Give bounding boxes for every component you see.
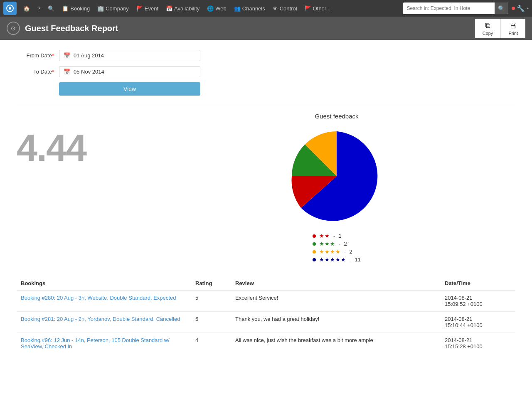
top-navigation: 🏠 ? 🔍 📋Booking 🏢Company 🚩Event 📅Availabi… xyxy=(0,0,532,17)
chart-title: Guest feedback xyxy=(315,113,358,120)
calendar-icon2: 📅 xyxy=(64,69,70,75)
legend-stars-4star: ★★★★ xyxy=(319,249,341,255)
cell-datetime-0: 2014-08-21 15:09:52 +0100 xyxy=(441,290,515,312)
nav-company[interactable]: 🏢Company xyxy=(94,0,132,17)
legend-value-4star: 2 xyxy=(349,249,352,255)
legend-stars-3star: ★★★ xyxy=(319,241,335,247)
cell-rating-1: 5 xyxy=(191,312,231,333)
required-marker2: * xyxy=(52,69,54,75)
legend-dot-1star xyxy=(313,234,316,238)
status-dot-red xyxy=(512,7,515,10)
nav-control[interactable]: 👁Control xyxy=(269,0,300,17)
cell-booking-0: Booking #280: 20 Aug - 3n, Website, Doub… xyxy=(17,290,191,312)
back-button[interactable]: ⊙ xyxy=(7,22,20,35)
filter-form: From Date* 📅 01 Aug 2014 To Date* 📅 05 N… xyxy=(17,50,515,96)
from-date-value: 01 Aug 2014 xyxy=(74,52,104,59)
legend-item-5star: ★★★★★ - 11 xyxy=(313,256,361,263)
from-date-label: From Date* xyxy=(17,52,54,59)
chart-legend: ★★ - 1 ★★★ - 2 ★★★★ - 2 xyxy=(313,233,361,264)
legend-item-3star: ★★★ - 2 xyxy=(313,241,361,247)
booking-link-1[interactable]: Booking #281: 20 Aug - 2n, Yordanov, Dou… xyxy=(21,316,180,322)
cell-review-0: Excellent Service! xyxy=(231,290,441,312)
cell-rating-2: 4 xyxy=(191,333,231,354)
section-divider xyxy=(17,104,515,104)
cell-booking-1: Booking #281: 20 Aug - 2n, Yordanov, Dou… xyxy=(17,312,191,333)
chart-section: Guest feedback xyxy=(158,113,515,264)
legend-dot-4star xyxy=(313,250,316,254)
print-icon: 🖨 xyxy=(510,21,517,30)
from-date-input[interactable]: 📅 01 Aug 2014 xyxy=(59,50,200,61)
to-date-row: To Date* 📅 05 Nov 2014 xyxy=(17,66,515,77)
to-date-input[interactable]: 📅 05 Nov 2014 xyxy=(59,66,200,77)
col-header-review: Review xyxy=(231,277,441,290)
copy-button[interactable]: ⧉ Copy xyxy=(475,19,501,38)
view-button[interactable]: View xyxy=(59,82,200,96)
copy-icon: ⧉ xyxy=(485,21,490,30)
legend-count-1star: - xyxy=(333,233,335,239)
col-header-rating: Rating xyxy=(191,277,231,290)
feedback-table: Bookings Rating Review Date/Time Booking… xyxy=(17,277,515,354)
global-search[interactable]: 🔍 xyxy=(403,2,508,14)
legend-stars-5star: ★★★★★ xyxy=(319,256,346,263)
nav-tools: 🔧 • xyxy=(512,5,529,12)
cell-datetime-1: 2014-08-21 15:10:44 +0100 xyxy=(441,312,515,333)
table-header: Bookings Rating Review Date/Time xyxy=(17,277,515,290)
score-display: 4.44 xyxy=(17,113,141,167)
legend-value-3star: 2 xyxy=(344,241,347,247)
to-date-value: 05 Nov 2014 xyxy=(74,69,104,75)
cell-review-1: Thank you, we had a great holiday! xyxy=(231,312,441,333)
legend-count-3star: - xyxy=(339,241,340,247)
view-button-row: View xyxy=(17,82,515,96)
legend-count-4star: - xyxy=(344,249,346,255)
legend-item-4star: ★★★★ - 2 xyxy=(313,249,361,255)
pie-chart xyxy=(287,126,387,226)
legend-item-1star: ★★ - 1 xyxy=(313,233,361,239)
nav-channels[interactable]: 👥Channels xyxy=(231,0,268,17)
booking-link-2[interactable]: Booking #96: 12 Jun - 14n, Peterson, 105… xyxy=(21,337,170,350)
table-body: Booking #280: 20 Aug - 3n, Website, Doub… xyxy=(17,290,515,354)
nav-availability[interactable]: 📅Availability xyxy=(163,0,203,17)
col-header-datetime: Date/Time xyxy=(441,277,515,290)
nav-web[interactable]: 🌐Web xyxy=(204,0,230,17)
legend-value-1star: 1 xyxy=(338,233,341,239)
nav-help[interactable]: ? xyxy=(34,0,44,17)
svg-point-1 xyxy=(9,7,11,10)
nav-extra: • xyxy=(527,5,529,12)
wrench-icon[interactable]: 🔧 xyxy=(517,5,525,12)
search-button[interactable]: 🔍 xyxy=(495,2,508,14)
nav-booking[interactable]: 📋Booking xyxy=(59,0,93,17)
nav-event[interactable]: 🚩Event xyxy=(133,0,162,17)
report-section: 4.44 Guest feedback xyxy=(17,113,515,264)
legend-value-5star: 11 xyxy=(355,256,360,263)
print-button[interactable]: 🖨 Print xyxy=(500,19,525,38)
cell-rating-0: 5 xyxy=(191,290,231,312)
to-date-label: To Date* xyxy=(17,69,54,75)
nav-search[interactable]: 🔍 xyxy=(44,0,58,17)
page-title: Guest Feedback Report xyxy=(25,24,470,33)
cell-review-2: All was nice, just wish the breakfast wa… xyxy=(231,333,441,354)
page-header: ⊙ Guest Feedback Report ⧉ Copy 🖨 Print xyxy=(0,17,532,40)
legend-dot-3star xyxy=(313,242,316,246)
legend-count-5star: - xyxy=(350,256,351,263)
from-date-row: From Date* 📅 01 Aug 2014 xyxy=(17,50,515,61)
nav-other[interactable]: 🚩Other... xyxy=(301,0,334,17)
legend-dot-5star xyxy=(313,258,316,261)
cell-booking-2: Booking #96: 12 Jun - 14n, Peterson, 105… xyxy=(17,333,191,354)
nav-home[interactable]: 🏠 xyxy=(20,0,33,17)
table-row: Booking #281: 20 Aug - 2n, Yordanov, Dou… xyxy=(17,312,515,333)
cell-datetime-2: 2014-08-21 15:15:28 +0100 xyxy=(441,333,515,354)
main-content: From Date* 📅 01 Aug 2014 To Date* 📅 05 N… xyxy=(0,40,532,399)
search-input[interactable] xyxy=(403,2,495,14)
legend-stars-1star: ★★ xyxy=(319,233,330,239)
calendar-icon: 📅 xyxy=(64,52,70,59)
pie-svg xyxy=(287,126,387,226)
table-row: Booking #280: 20 Aug - 3n, Website, Doub… xyxy=(17,290,515,312)
required-marker: * xyxy=(52,52,54,59)
col-header-bookings: Bookings xyxy=(17,277,191,290)
back-icon: ⊙ xyxy=(11,25,16,32)
app-logo xyxy=(3,2,17,15)
header-actions: ⧉ Copy 🖨 Print xyxy=(475,19,525,38)
booking-link-0[interactable]: Booking #280: 20 Aug - 3n, Website, Doub… xyxy=(21,295,176,301)
table-row: Booking #96: 12 Jun - 14n, Peterson, 105… xyxy=(17,333,515,354)
